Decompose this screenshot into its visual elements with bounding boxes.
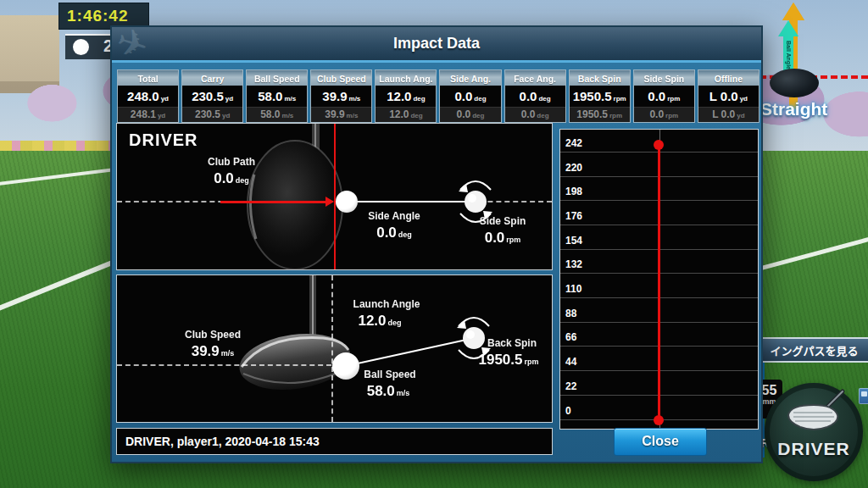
stat-label: Back Spin — [570, 70, 630, 86]
y-tick: 220 — [565, 162, 582, 174]
ball-angle-arrow-label: Ball Angle — [786, 41, 792, 69]
stat-sub-value: 58.0m/s — [247, 107, 307, 122]
stat-label: Carry — [182, 70, 242, 86]
shot-shape-label: Straight — [760, 99, 827, 119]
club-select-badge[interactable]: DRIVER — [765, 383, 863, 481]
stat-label: Ball Speed — [247, 70, 307, 86]
impact-data-dialog: ✈ Impact Data Total 248.0yd 248.1yd Carr… — [110, 25, 763, 463]
club-speed-label: Club Speed — [153, 329, 272, 341]
y-tick: 242 — [565, 137, 582, 149]
stat-value: 1950.5rpm — [570, 86, 630, 107]
shot-info-bar: DRIVER, player1, 2020-04-18 15:43 — [116, 428, 553, 455]
y-tick: 154 — [565, 235, 582, 247]
stat-value: 230.5yd — [182, 86, 242, 107]
stat-tile-side-angle: Side Ang. 0.0deg 0.0deg — [439, 69, 501, 123]
stat-tile-total: Total 248.0yd 248.1yd — [117, 69, 179, 123]
stat-sub-value: 0.0rpm — [634, 107, 694, 122]
stat-sub-value: L 0.0yd — [698, 107, 759, 122]
golf-simulator-screen: 1:46:42 2 Ball Angle Straight タル248.0yd … — [0, 0, 868, 488]
club-path-arrow-head-icon — [782, 3, 804, 20]
stat-sub-value: 1950.5rpm — [570, 107, 630, 122]
stat-label: Club Speed — [311, 70, 371, 86]
stat-tile-offline: Offline L 0.0yd L 0.0yd — [698, 69, 760, 123]
club-speed-value: 39.9m/s — [153, 343, 272, 360]
stat-tile-carry: Carry 230.5yd 230.5yd — [181, 69, 243, 123]
stat-value: 39.9m/s — [311, 86, 371, 107]
dialog-title: Impact Data — [112, 27, 761, 60]
impact-vertical-line — [334, 124, 336, 269]
ball-angle-arrow-head-icon — [778, 20, 798, 36]
trajectory-start-dot — [654, 415, 664, 425]
impact-top-view-panel: DRIVER Club Path 0.0deg Side Angle 0.0de… — [116, 123, 553, 270]
y-tick: 22 — [565, 380, 576, 392]
side-spin-label: Side Spin — [454, 215, 551, 227]
close-button[interactable]: Close — [614, 428, 707, 456]
y-tick: 132 — [565, 258, 582, 270]
club-badge-label: DRIVER — [765, 439, 863, 459]
stat-label: Total — [118, 70, 178, 86]
launch-angle-label: Launch Angle — [327, 298, 446, 310]
ball-path-trajectory-line — [658, 145, 660, 420]
y-tick: 176 — [565, 210, 582, 222]
stat-label: Side Ang. — [440, 70, 500, 86]
stat-sub-value: 248.1yd — [118, 107, 178, 122]
y-tick: 66 — [565, 331, 576, 343]
stat-label: Side Spin — [634, 70, 694, 86]
club-path-label: Club Path — [172, 156, 291, 168]
launch-angle-value: 12.0deg — [320, 313, 439, 330]
club-path-arrow-line — [220, 201, 329, 203]
stat-sub-value: 0.0deg — [440, 107, 500, 122]
stat-value: 0.0deg — [440, 86, 500, 107]
club-path-value: 0.0deg — [172, 170, 291, 187]
impact-side-view-panel: Club Speed 39.9m/s Launch Angle 12.0deg … — [116, 274, 553, 423]
golf-ball-icon — [73, 39, 89, 55]
driver-club-icon — [765, 385, 863, 444]
stat-label: Launch Ang. — [376, 70, 436, 86]
stat-value: L 0.0yd — [698, 86, 759, 107]
back-spin-value: 1950.5rpm — [465, 352, 553, 369]
stat-value: 12.0deg — [376, 86, 436, 107]
stat-sub-value: 230.5yd — [182, 107, 242, 122]
view-swing-path-button[interactable]: イングパスを見る — [760, 337, 868, 363]
side-spin-value: 0.0rpm — [454, 230, 551, 247]
ball-speed-label: Ball Speed — [331, 369, 449, 380]
stat-sub-value: 12.0deg — [376, 107, 436, 122]
y-tick: 198 — [565, 186, 582, 197]
stat-tile-back-spin: Back Spin 1950.5rpm 1950.5rpm — [569, 69, 631, 123]
y-tick: 44 — [565, 356, 576, 368]
side-angle-label: Side Angle — [335, 210, 453, 222]
panel-club-name: DRIVER — [129, 130, 198, 150]
y-tick: 88 — [565, 308, 576, 319]
stat-value: 248.0yd — [118, 86, 178, 107]
y-tick: 110 — [565, 283, 581, 295]
impact-dash-vline — [331, 275, 333, 422]
club-head-top-icon — [770, 69, 819, 97]
stat-label: Offline — [698, 70, 759, 86]
stat-sub-value: 0.0deg — [505, 107, 565, 122]
y-tick: 0 — [565, 405, 571, 417]
stat-tile-ball-speed: Ball Speed 58.0m/s 58.0m/s — [246, 69, 308, 123]
ball-path-chart: 242 220 198 176 154 132 110 88 66 44 22 … — [559, 129, 759, 430]
side-angle-value: 0.0deg — [335, 225, 453, 241]
stat-tile-face-angle: Face Ang. 0.0deg 0.0deg — [504, 69, 566, 123]
stat-value: 0.0deg — [505, 86, 565, 107]
back-spin-label: Back Spin — [471, 337, 553, 349]
trajectory-end-dot — [654, 140, 664, 150]
stat-label: Face Ang. — [505, 70, 565, 86]
dialog-titlebar: ✈ Impact Data — [112, 27, 761, 63]
stats-row: Total 248.0yd 248.1yd Carry 230.5yd 230.… — [117, 69, 760, 123]
stat-tile-side-spin: Side Spin 0.0rpm 0.0rpm — [633, 69, 695, 123]
stat-sub-value: 39.9m/s — [311, 107, 371, 122]
club-path-arrowhead-icon — [326, 197, 334, 207]
stat-value: 0.0rpm — [634, 86, 694, 107]
stat-tile-launch-angle: Launch Ang. 12.0deg 12.0deg — [375, 69, 437, 123]
stat-tile-club-speed: Club Speed 39.9m/s 39.9m/s — [310, 69, 372, 123]
ball-speed-value: 58.0m/s — [329, 383, 448, 400]
stat-value: 58.0m/s — [247, 86, 307, 107]
ground-dash-line — [117, 364, 331, 366]
